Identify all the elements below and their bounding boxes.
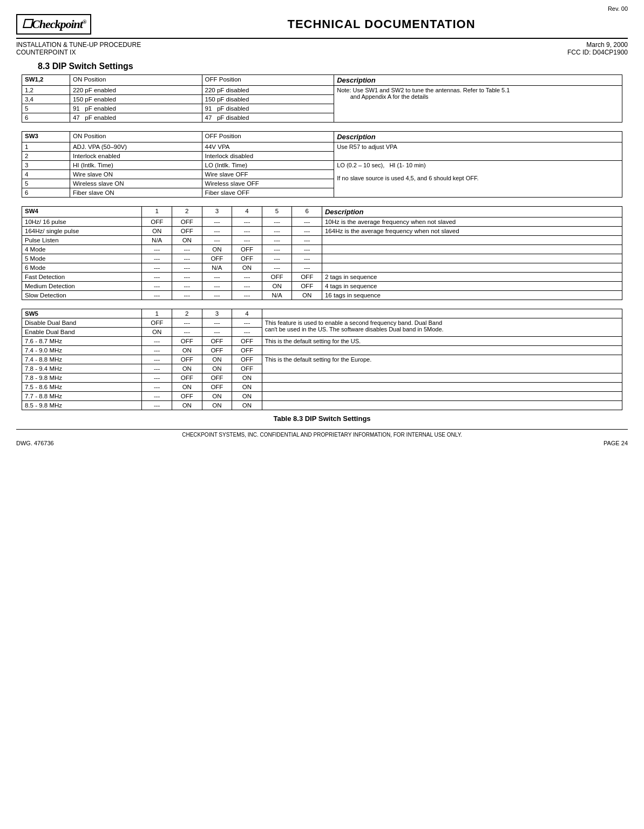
sw4-col1: 1: [142, 207, 172, 218]
sw4-table: SW4 1 2 3 4 5 6 Description 10Hz/ 16 pul…: [22, 206, 622, 300]
sw3-num-6: 6: [22, 188, 70, 198]
sw3-desc-bottom: LO (0.2 – 10 sec), HI (1- 10 min) If no …: [334, 161, 622, 198]
sw4-fast-2: ---: [172, 273, 202, 282]
sw4-6mode-1: ---: [142, 263, 172, 273]
sw5-name-77-88: 7.7 - 8.8 MHz: [22, 392, 142, 401]
sw3-label: SW3: [22, 132, 70, 142]
sw3-num-2: 2: [22, 152, 70, 161]
confidential-text: CHECKPOINT SYSTEMS, INC. CONFIDENTIAL AN…: [182, 432, 462, 438]
sw5-75-86-3: OFF: [202, 383, 232, 392]
sw4-pulse-3: ---: [202, 236, 232, 245]
sw3-on-2: Interlock enabled: [70, 152, 202, 161]
sw4-10hz-1: OFF: [142, 218, 172, 227]
sw5-col4: 4: [232, 309, 262, 318]
table-caption: Table 8.3 DIP Switch Settings: [16, 414, 628, 423]
section-title: 8.3 DIP Switch Settings: [38, 62, 628, 71]
sw4-10hz-5: ---: [262, 218, 292, 227]
sw12-off-5: 91 pF disabled: [202, 104, 334, 113]
sw4-5mode-1: ---: [142, 254, 172, 263]
sw12-on-6: 47 pF enabled: [70, 113, 202, 123]
sw5-85-98-4: ON: [232, 401, 262, 410]
sw5-name-disable: Disable Dual Band: [22, 318, 142, 328]
sw5-76-87-2: OFF: [172, 337, 202, 346]
sw5-85-98-desc: [262, 401, 622, 410]
sw4-name-5mode: 5 Mode: [22, 254, 142, 263]
sw5-section: SW5 1 2 3 4 Disable Dual Band OFF --- --…: [22, 309, 622, 410]
sw5-row-74-88: 7.4 - 8.8 MHz --- OFF ON OFF This is the…: [22, 355, 622, 364]
sw5-name-enable: Enable Dual Band: [22, 328, 142, 337]
page-header: ☐Checkpoint® TECHNICAL DOCUMENTATION: [16, 14, 628, 39]
sw4-4mode-5: ---: [262, 245, 292, 254]
sw4-row-medium: Medium Detection --- --- --- --- ON OFF …: [22, 282, 622, 291]
sw4-4mode-2: ---: [172, 245, 202, 254]
sw5-row-76-87: 7.6 - 8.7 MHz --- OFF OFF OFF This is th…: [22, 337, 622, 346]
sw5-77-88-2: OFF: [172, 392, 202, 401]
sw12-off-header: OFF Position: [202, 75, 334, 86]
sw4-row-164hz: 164Hz/ single pulse ON OFF --- --- --- -…: [22, 227, 622, 236]
sw5-78-94-3: ON: [202, 364, 232, 373]
dwg-text: DWG. 476736: [16, 440, 54, 446]
sw5-74-90-4: OFF: [232, 346, 262, 355]
sw5-77-88-1: ---: [142, 392, 172, 401]
sw4-col5: 5: [262, 207, 292, 218]
sw5-78-94-4: OFF: [232, 364, 262, 373]
sw5-name-78-98: 7.8 - 9.8 MHz: [22, 373, 142, 383]
sw5-enable-4: ---: [232, 328, 262, 337]
sw5-75-86-1: ---: [142, 383, 172, 392]
sw4-desc-header: Description: [322, 207, 622, 218]
sw5-header-row: SW5 1 2 3 4: [22, 309, 622, 318]
sw3-num-5: 5: [22, 179, 70, 188]
sw4-pulse-4: ---: [232, 236, 262, 245]
sw4-medium-6: OFF: [292, 282, 322, 291]
sw12-off-12: 220 pF disabled: [202, 86, 334, 95]
sw12-off-6: 47 pF disabled: [202, 113, 334, 123]
sw5-74-90-1: ---: [142, 346, 172, 355]
footer-bottom: DWG. 476736 PAGE 24: [16, 440, 628, 446]
sw3-on-1: ADJ. VPA (50–90V): [70, 142, 202, 152]
sw5-enable-3: ---: [202, 328, 232, 337]
sw4-pulse-1: N/A: [142, 236, 172, 245]
sw4-fast-5: OFF: [262, 273, 292, 282]
sw5-enable-1: ON: [142, 328, 172, 337]
sw4-medium-3: ---: [202, 282, 232, 291]
sw4-slow-5: N/A: [262, 291, 292, 300]
logo-area: ☐Checkpoint®: [16, 14, 135, 35]
sw4-10hz-4: ---: [232, 218, 262, 227]
sw3-off-3: LO (Intlk. Time): [202, 161, 334, 170]
sw5-75-86-4: ON: [232, 383, 262, 392]
sw4-6mode-desc: [322, 263, 622, 273]
sw4-row-4mode: 4 Mode --- --- ON OFF --- ---: [22, 245, 622, 254]
sw5-name-76-87: 7.6 - 8.7 MHz: [22, 337, 142, 346]
sw5-row-74-90: 7.4 - 9.0 MHz --- ON OFF OFF: [22, 346, 622, 355]
sw4-fast-desc: 2 tags in sequence: [322, 273, 622, 282]
doc-title: TECHNICAL DOCUMENTATION: [135, 17, 628, 31]
sw4-164hz-5: ---: [262, 227, 292, 236]
sw5-85-98-1: ---: [142, 401, 172, 410]
sw4-fast-1: ---: [142, 273, 172, 282]
sw3-num-4: 4: [22, 170, 70, 179]
sw4-164hz-4: ---: [232, 227, 262, 236]
sw12-label: SW1,2: [22, 75, 70, 86]
sw3-off-4: Wire slave OFF: [202, 170, 334, 179]
sw5-desc-header-blank: [262, 309, 622, 318]
sw4-10hz-6: ---: [292, 218, 322, 227]
sw3-row-3: 3 HI (Intlk. Time) LO (Intlk. Time) LO (…: [22, 161, 622, 170]
sw4-164hz-desc: 164Hz is the average frequency when not …: [322, 227, 622, 236]
sw3-on-header: ON Position: [70, 132, 202, 142]
fcc-label: FCC ID: D04CP1900: [567, 49, 628, 56]
sw4-6mode-3: N/A: [202, 263, 232, 273]
sw3-row-1: 1 ADJ. VPA (50–90V) 44V VPA Use R57 to a…: [22, 142, 622, 152]
sw4-name-fast: Fast Detection: [22, 273, 142, 282]
sw5-78-98-3: OFF: [202, 373, 232, 383]
sw4-5mode-4: OFF: [232, 254, 262, 263]
sw5-label: SW5: [22, 309, 142, 318]
doc-left: INSTALLATION & TUNE-UP PROCEDURE COUNTER…: [16, 41, 141, 56]
sw5-76-87-4: OFF: [232, 337, 262, 346]
sw5-78-98-4: ON: [232, 373, 262, 383]
sw4-slow-4: ---: [232, 291, 262, 300]
sw3-off-header: OFF Position: [202, 132, 334, 142]
sw3-desc-top: Use R57 to adjust VPA: [334, 142, 622, 161]
sw4-pulse-6: ---: [292, 236, 322, 245]
sw4-6mode-6: ---: [292, 263, 322, 273]
sw5-76-87-3: OFF: [202, 337, 232, 346]
